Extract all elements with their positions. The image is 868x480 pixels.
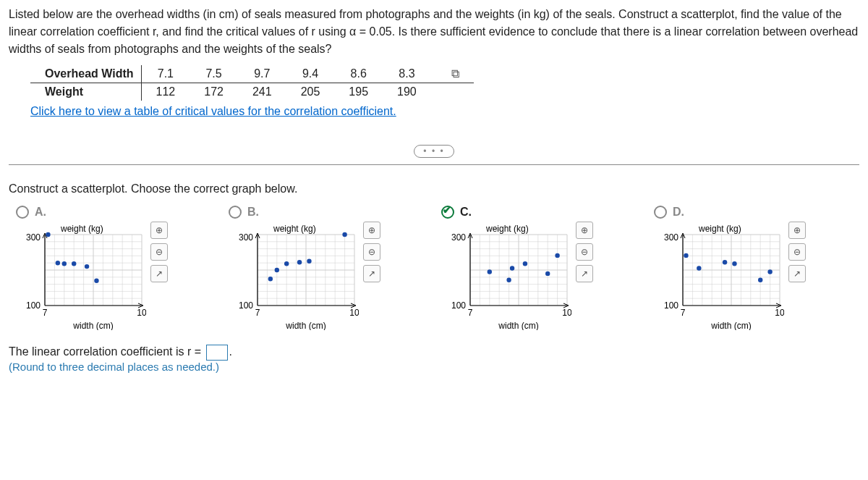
chart-d: 710100300width (cm)weight (kg) (654, 222, 784, 330)
zoom-out-icon[interactable]: ⊖ (150, 243, 168, 261)
svg-text:7: 7 (43, 308, 48, 318)
option-label-a: A. (35, 206, 46, 219)
option-label-b: B. (247, 206, 259, 219)
chart-b: 710100300width (cm)weight (kg) (229, 222, 359, 330)
svg-text:10: 10 (775, 308, 784, 318)
svg-text:100: 100 (239, 300, 253, 311)
svg-point-140 (723, 260, 727, 264)
svg-point-106 (545, 271, 550, 276)
width-0: 7.1 (141, 65, 190, 83)
svg-point-68 (284, 261, 289, 266)
zoom-in-icon[interactable]: ⊕ (150, 222, 168, 239)
chart-c: 710100300width (cm)weight (kg) (441, 222, 571, 330)
svg-point-32 (62, 261, 67, 266)
zoom-out-icon[interactable]: ⊖ (363, 243, 380, 261)
width-2: 9.7 (238, 65, 286, 83)
svg-point-35 (94, 279, 98, 283)
option-b: B. 710100300width (cm)weight (kg) ⊕ ⊖ ↗ (229, 206, 424, 330)
critical-values-link[interactable]: Click here to view a table of critical v… (30, 105, 396, 118)
question-intro: Listed below are the overhead widths (in… (9, 6, 859, 58)
answer-hint: (Round to three decimal places as needed… (9, 361, 219, 373)
svg-text:7: 7 (468, 308, 473, 318)
svg-text:300: 300 (451, 232, 466, 243)
svg-point-142 (758, 278, 762, 282)
option-a: A. 710100300width (cm)weight (kg) ⊕ ⊖ ↗ (16, 206, 211, 330)
svg-point-105 (523, 261, 527, 266)
svg-point-33 (72, 261, 76, 266)
data-table: Overhead Width 7.1 7.5 9.7 9.4 8.6 8.3 ⧉… (30, 65, 474, 101)
svg-point-103 (506, 278, 511, 282)
weight-3: 205 (286, 83, 335, 101)
svg-text:weight (kg): weight (kg) (698, 224, 741, 234)
weight-0: 112 (141, 83, 190, 101)
svg-text:weight (kg): weight (kg) (485, 224, 529, 234)
svg-text:300: 300 (664, 232, 678, 243)
svg-text:10: 10 (562, 308, 571, 318)
chart-a: 710100300width (cm)weight (kg) (16, 222, 146, 330)
options-row: A. 710100300width (cm)weight (kg) ⊕ ⊖ ↗ … (16, 206, 859, 330)
svg-point-34 (85, 264, 89, 269)
zoom-out-icon[interactable]: ⊖ (788, 243, 806, 261)
svg-point-104 (510, 266, 514, 270)
popout-icon[interactable]: ↗ (576, 265, 593, 282)
svg-text:width (cm): width (cm) (710, 321, 751, 330)
svg-text:10: 10 (349, 308, 359, 318)
popout-icon[interactable]: ↗ (363, 265, 380, 282)
copy-cell: ⧉ (431, 65, 474, 83)
svg-text:width (cm): width (cm) (498, 321, 538, 330)
width-4: 8.6 (334, 65, 383, 83)
weight-2: 241 (238, 83, 286, 101)
row-label-width: Overhead Width (30, 65, 141, 83)
svg-point-71 (342, 232, 346, 237)
copy-icon[interactable]: ⧉ (451, 67, 459, 80)
answer-suffix: . (229, 345, 232, 358)
svg-text:100: 100 (664, 300, 678, 311)
svg-text:10: 10 (137, 308, 146, 318)
svg-text:100: 100 (451, 300, 466, 311)
option-label-c: C. (460, 206, 472, 219)
width-3: 9.4 (286, 65, 335, 83)
width-5: 8.3 (383, 65, 431, 83)
radio-b[interactable] (229, 206, 242, 219)
svg-point-141 (732, 261, 736, 266)
width-1: 7.5 (190, 65, 238, 83)
svg-text:7: 7 (681, 308, 686, 318)
svg-point-102 (488, 269, 492, 274)
answer-prefix: The linear correlation coefficient is r … (9, 345, 201, 358)
radio-c[interactable] (441, 206, 454, 219)
svg-point-107 (555, 253, 559, 258)
popout-icon[interactable]: ↗ (788, 265, 806, 282)
svg-text:300: 300 (239, 232, 253, 243)
option-c: C. 710100300width (cm)weight (kg) ⊕ ⊖ ↗ (441, 206, 637, 330)
zoom-in-icon[interactable]: ⊕ (363, 222, 380, 239)
svg-point-143 (767, 269, 772, 274)
expand-pill-icon[interactable]: • • • (414, 145, 454, 158)
svg-point-139 (697, 266, 701, 270)
svg-text:width (cm): width (cm) (72, 321, 113, 330)
popout-icon[interactable]: ↗ (150, 265, 168, 282)
weight-1: 172 (190, 83, 238, 101)
svg-text:width (cm): width (cm) (285, 321, 326, 330)
radio-d[interactable] (654, 206, 667, 219)
svg-text:100: 100 (26, 300, 41, 311)
svg-point-30 (46, 232, 50, 237)
answer-line: The linear correlation coefficient is r … (9, 345, 859, 374)
zoom-in-icon[interactable]: ⊕ (788, 222, 806, 239)
svg-point-31 (56, 261, 60, 265)
weight-4: 195 (334, 83, 383, 101)
option-label-d: D. (673, 206, 684, 219)
answer-input[interactable] (206, 345, 228, 361)
option-d: D. 710100300width (cm)weight (kg) ⊕ ⊖ ↗ (654, 206, 849, 330)
zoom-out-icon[interactable]: ⊖ (576, 243, 593, 261)
weight-5: 190 (383, 83, 431, 101)
svg-text:weight (kg): weight (kg) (273, 224, 316, 234)
row-label-weight: Weight (30, 83, 141, 101)
svg-point-69 (297, 260, 302, 264)
svg-point-70 (307, 259, 311, 264)
radio-a[interactable] (16, 206, 29, 219)
sub-question-1: Construct a scatterplot. Choose the corr… (9, 182, 859, 195)
zoom-in-icon[interactable]: ⊕ (576, 222, 593, 239)
svg-point-66 (268, 277, 273, 281)
svg-text:7: 7 (255, 308, 260, 318)
svg-point-67 (275, 268, 279, 272)
